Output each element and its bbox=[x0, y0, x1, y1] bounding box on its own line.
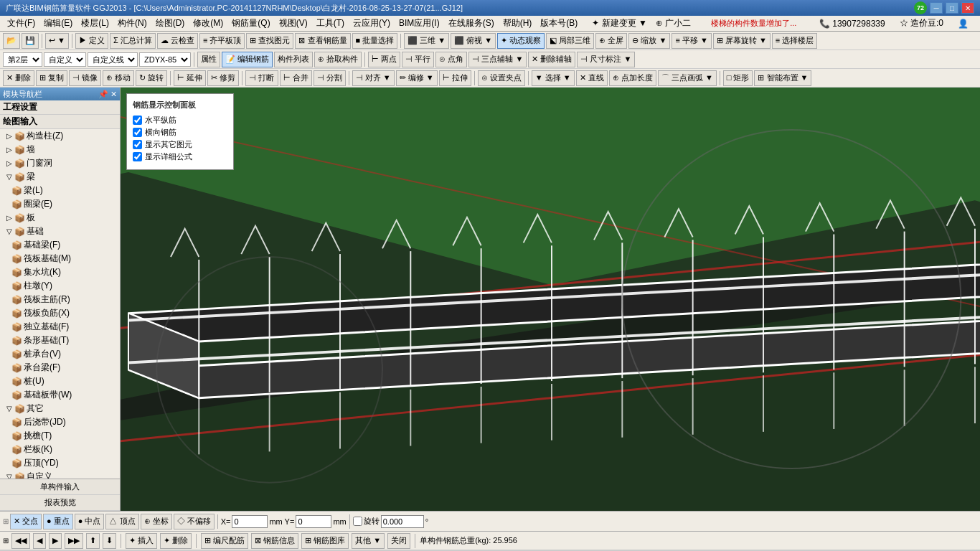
option-horizontal[interactable]: 水平纵筋 bbox=[133, 115, 227, 126]
sidebar-item-parapet[interactable]: 📦 栏板(K) bbox=[0, 443, 120, 456]
zoom-button[interactable]: ⊖ 缩放 ▼ bbox=[628, 33, 670, 49]
layer-select[interactable]: 第2层 bbox=[3, 52, 42, 67]
fullscreen-button[interactable]: ⊕ 全屏 bbox=[595, 33, 627, 49]
line-button[interactable]: ✕ 直线 bbox=[576, 70, 608, 86]
sidebar-item-ring-beam[interactable]: 📦 圈梁(E) bbox=[0, 197, 120, 211]
component-list-button[interactable]: 构件列表 bbox=[274, 52, 313, 67]
smart-layout-button[interactable]: ⊞ 智能布置 ▼ bbox=[754, 70, 811, 86]
local-3d-button[interactable]: ⬕ 局部三维 bbox=[546, 33, 594, 49]
option-transverse[interactable]: 横向钢筋 bbox=[133, 127, 227, 138]
snap-intersection[interactable]: ✕ 交点 bbox=[10, 514, 42, 529]
nav-next[interactable]: ▶ bbox=[49, 533, 62, 549]
nav-up[interactable]: ⬆ bbox=[86, 533, 100, 549]
set-anchor-button[interactable]: ⊙ 设置夹点 bbox=[478, 70, 525, 86]
sidebar-item-cap-beam[interactable]: 📦 承台梁(F) bbox=[0, 361, 120, 375]
y-input[interactable] bbox=[296, 515, 331, 528]
close-panel-button[interactable]: 关闭 bbox=[387, 533, 410, 549]
steel-lib-button[interactable]: ⊞ 钢筋图库 bbox=[301, 533, 349, 549]
menu-version[interactable]: 版本号(B) bbox=[536, 16, 582, 31]
x-input[interactable] bbox=[232, 515, 268, 528]
minimize-button[interactable]: ─ bbox=[930, 2, 943, 14]
menu-file[interactable]: 文件(F) bbox=[3, 16, 39, 31]
report-preview-button[interactable]: 报表预览 bbox=[0, 495, 120, 511]
sidebar-item-column-pier[interactable]: 📦 柱墩(Y) bbox=[0, 279, 120, 293]
trim-button[interactable]: ✂ 修剪 bbox=[207, 70, 239, 86]
menu-cloud[interactable]: 云应用(Y) bbox=[349, 16, 395, 31]
sidebar-item-raft-neg[interactable]: 📦 筏板负筋(X) bbox=[0, 306, 120, 320]
del-axis-button[interactable]: ✕ 删除辅轴 bbox=[528, 52, 575, 67]
merge-button[interactable]: ⊢ 合并 bbox=[280, 70, 312, 86]
sidebar-item-beam[interactable]: ▽📦 梁 bbox=[0, 170, 120, 184]
sidebar-item-door-window[interactable]: ▷📦 门窗洞 bbox=[0, 156, 120, 170]
point-angle-button[interactable]: ⊙ 点角 bbox=[435, 52, 467, 67]
undo-button[interactable]: ↩ ▼ bbox=[45, 33, 69, 49]
pick-component-button[interactable]: ⊕ 拾取构件 bbox=[314, 52, 362, 67]
snap-endpoint[interactable]: ● 重点 bbox=[43, 514, 73, 529]
sidebar-item-custom[interactable]: ▽📦 自定义 bbox=[0, 470, 120, 479]
add-length-button[interactable]: ⊕ 点加长度 bbox=[609, 70, 656, 86]
mirror-button[interactable]: ⊣ 镜像 bbox=[69, 70, 101, 86]
snap-midpoint[interactable]: ● 中点 bbox=[75, 514, 105, 529]
sidebar-item-slab[interactable]: ▷📦 板 bbox=[0, 211, 120, 225]
delete-button[interactable]: ✕ 删除 bbox=[3, 70, 34, 86]
nav-first[interactable]: ◀◀ bbox=[11, 533, 30, 549]
insert-button[interactable]: ✦ 插入 bbox=[126, 533, 157, 549]
checkbox-horizontal[interactable] bbox=[133, 116, 142, 125]
nav-down[interactable]: ⬇ bbox=[103, 533, 116, 549]
zdyx-select[interactable]: ZDYX-85 bbox=[139, 52, 191, 67]
edit-button[interactable]: ✏ 编修 ▼ bbox=[396, 70, 438, 86]
3d-view-button[interactable]: ⬛ 三维 ▼ bbox=[404, 33, 449, 49]
sidebar-item-pile[interactable]: 📦 桩(U) bbox=[0, 375, 120, 388]
match-config-button[interactable]: ⊞ 编尺配筋 bbox=[201, 533, 248, 549]
checkbox-show-others[interactable] bbox=[133, 140, 142, 149]
menu-modify[interactable]: 修改(M) bbox=[189, 16, 227, 31]
menu-steel-qty[interactable]: 钢筋量(Q) bbox=[227, 16, 274, 31]
sidebar-item-isolated-found[interactable]: 📦 独立基础(F) bbox=[0, 320, 120, 334]
delete-row-button[interactable]: ✦ 删除 bbox=[160, 533, 192, 549]
copy-button[interactable]: ⊞ 复制 bbox=[36, 70, 67, 86]
snap-vertex[interactable]: △ 顶点 bbox=[105, 514, 138, 529]
extend-button[interactable]: ⊢ 延伸 bbox=[174, 70, 206, 86]
maximize-button[interactable]: □ bbox=[946, 2, 958, 14]
screen-rotate-button[interactable]: ⊞ 屏幕旋转 ▼ bbox=[713, 33, 771, 49]
save-button[interactable]: 💾 bbox=[22, 33, 39, 49]
steel-info-button[interactable]: ⊠ 钢筋信息 bbox=[251, 533, 298, 549]
menu-online[interactable]: 在线服务(S) bbox=[444, 16, 499, 31]
sidebar-item-sump[interactable]: 📦 集水坑(K) bbox=[0, 265, 120, 279]
menu-new-change[interactable]: ✦ 新建变更 ▼ bbox=[588, 16, 651, 31]
menu-component[interactable]: 构件(N) bbox=[113, 16, 151, 31]
pull-button[interactable]: ⊢ 拉伸 bbox=[439, 70, 471, 86]
sidebar-item-coping[interactable]: 📦 压顶(YD) bbox=[0, 456, 120, 470]
edit-steel-button[interactable]: 📝 编辑钢筋 bbox=[222, 52, 273, 67]
pan-button[interactable]: ≡ 平移 ▼ bbox=[672, 33, 711, 49]
dim-label-button[interactable]: ⊣ 尺寸标注 ▼ bbox=[577, 52, 635, 67]
select-floor-button[interactable]: ≡ 选择楼层 bbox=[772, 33, 817, 49]
3d-viewport[interactable]: X Y Z A bbox=[121, 88, 980, 511]
menu-draw[interactable]: 绘图(D) bbox=[151, 16, 189, 31]
sidebar-item-post-cast[interactable]: 📦 后浇带(JD) bbox=[0, 415, 120, 429]
calc-button[interactable]: Σ 汇总计算 bbox=[110, 33, 156, 49]
rotate-input[interactable] bbox=[381, 515, 424, 528]
flat-top-button[interactable]: ≡ 齐平板顶 bbox=[199, 33, 245, 49]
open-button[interactable]: 📂 bbox=[3, 33, 20, 49]
top-view-button[interactable]: ⬛ 俯视 ▼ bbox=[451, 33, 496, 49]
sidebar-item-wall[interactable]: ▷📦 墙 bbox=[0, 143, 120, 156]
snap-no-offset[interactable]: ◇ 不偏移 bbox=[174, 514, 215, 529]
sidebar-controls[interactable]: 📌 ✕ bbox=[98, 90, 117, 99]
menu-tools[interactable]: 工具(T) bbox=[312, 16, 349, 31]
break-button[interactable]: ⊣ 打断 bbox=[245, 70, 278, 86]
rotate-btn[interactable]: ↻ 旋转 bbox=[136, 70, 167, 86]
sidebar-item-foundation[interactable]: ▽📦 基础 bbox=[0, 225, 120, 238]
menu-help[interactable]: 帮助(H) bbox=[499, 16, 537, 31]
sidebar-item-strip-found[interactable]: 📦 条形基础(T) bbox=[0, 334, 120, 347]
batch-select-button[interactable]: ■ 批量选择 bbox=[352, 33, 398, 49]
move-button[interactable]: ⊕ 移动 bbox=[103, 70, 134, 86]
sidebar-item-raft[interactable]: 📦 筏板基础(M) bbox=[0, 252, 120, 265]
divide-button[interactable]: ⊣ 分割 bbox=[314, 70, 346, 86]
define-button[interactable]: ▶ 定义 bbox=[75, 33, 108, 49]
menu-edit[interactable]: 编辑(E) bbox=[39, 16, 77, 31]
three-axis-button[interactable]: ⊣ 三点辅轴 ▼ bbox=[468, 52, 527, 67]
two-points-button[interactable]: ⊢ 两点 bbox=[368, 52, 400, 67]
nav-prev[interactable]: ◀ bbox=[33, 533, 46, 549]
sidebar-item-found-strip[interactable]: 📦 基础板带(W) bbox=[0, 388, 120, 402]
